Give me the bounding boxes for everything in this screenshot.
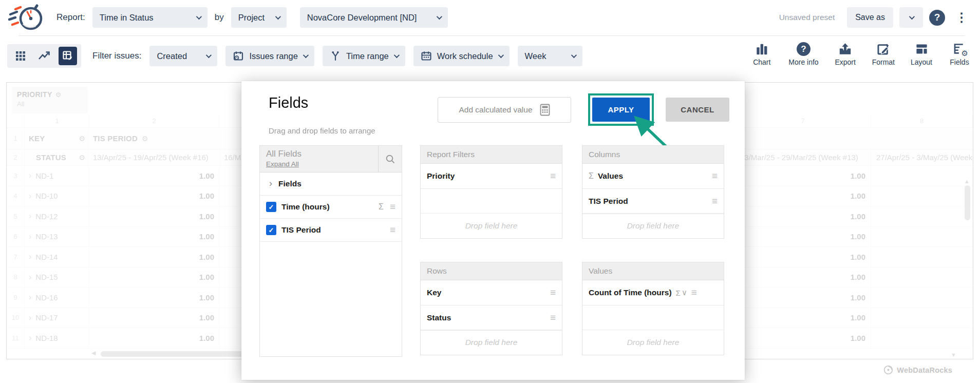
row-item-key[interactable]: Key ≡: [421, 280, 562, 305]
group-by-select[interactable]: Project: [231, 7, 287, 28]
chevron-down-icon: [436, 14, 442, 20]
question-circle-icon: ?: [797, 42, 811, 56]
row-number: 6: [7, 227, 25, 247]
fields-tree-group[interactable]: › Fields: [260, 173, 402, 196]
drag-handle-icon[interactable]: ≡: [390, 201, 395, 213]
expand-row-icon[interactable]: ›: [29, 313, 31, 322]
filters-drop-zone[interactable]: Drop field here: [421, 213, 562, 238]
row-item-status[interactable]: Status ≡: [421, 305, 562, 331]
drag-handle-icon[interactable]: ≡: [691, 287, 697, 298]
drag-handle-icon[interactable]: ≡: [550, 312, 556, 323]
more-info-action[interactable]: ? More info: [788, 42, 818, 66]
report-filter-priority-box[interactable]: PRIORITY⚙ All: [12, 87, 88, 113]
toolbar-actions: Chart ? More info Export Format: [750, 42, 971, 66]
overflow-menu-button[interactable]: ⋮: [951, 10, 972, 25]
issues-range-button[interactable]: Issues range: [225, 46, 314, 66]
save-as-button[interactable]: Save as: [847, 7, 893, 28]
work-schedule-button[interactable]: Work schedule: [413, 46, 510, 66]
dialog-title: Fields: [269, 94, 308, 111]
chevron-down-icon: [275, 14, 280, 20]
issue-key: ND-1: [35, 171, 53, 180]
pivot-view-button[interactable]: [59, 47, 77, 65]
format-action[interactable]: Format: [872, 42, 895, 66]
value-cell-week16: 1.00: [89, 186, 220, 206]
checkbox-checked[interactable]: ✓: [266, 225, 276, 235]
layout-action[interactable]: Layout: [910, 42, 933, 66]
time-range-icon: [330, 50, 341, 62]
chart-view-button[interactable]: [35, 47, 53, 65]
grid-view-button[interactable]: [11, 47, 30, 65]
drag-handle-icon[interactable]: ≡: [712, 170, 718, 182]
scroll-left-icon[interactable]: ◀: [91, 350, 96, 356]
expand-row-icon[interactable]: ›: [29, 252, 31, 261]
bar-chart-icon: [755, 42, 768, 56]
row-number: 10: [7, 308, 25, 328]
chevron-right-icon[interactable]: ›: [269, 178, 272, 189]
values-drop-zone[interactable]: Drop field here: [582, 330, 724, 355]
value-cell-week16: 1.00: [89, 308, 220, 328]
webdatarocks-branding: WebDataRocks: [883, 365, 952, 375]
period-select[interactable]: Week: [518, 46, 582, 66]
expand-row-icon[interactable]: ›: [29, 232, 31, 241]
filter-item-priority[interactable]: Priority ≡: [421, 164, 562, 189]
row-number: 1: [7, 128, 25, 149]
created-filter-select[interactable]: Created: [149, 46, 217, 66]
chart-action[interactable]: Chart: [750, 42, 773, 66]
save-as-dropdown-button[interactable]: [899, 7, 923, 28]
value-cell-week16: 1.00: [89, 328, 220, 348]
pivot-table-icon: [62, 50, 74, 62]
search-button[interactable]: [378, 146, 402, 172]
drag-handle-icon[interactable]: ≡: [712, 196, 718, 207]
issue-key-cell: › ND-18: [25, 328, 89, 348]
issue-key: ND-10: [35, 192, 58, 200]
drag-handle-icon[interactable]: ≡: [550, 287, 556, 298]
gear-icon[interactable]: ⚙: [79, 154, 85, 162]
cancel-button[interactable]: CANCEL: [666, 98, 729, 122]
expand-row-icon[interactable]: ›: [29, 212, 31, 221]
time-range-button[interactable]: Time range: [323, 46, 405, 66]
issue-key-cell: › ND-17: [25, 308, 89, 328]
expand-row-icon[interactable]: ›: [29, 333, 31, 342]
expand-row-icon[interactable]: ›: [29, 171, 31, 180]
value-cell-week16: 1.00: [89, 227, 220, 247]
chevron-down-icon: [303, 52, 309, 58]
field-item-time-hours[interactable]: ✓ Time (hours) Σ ≡: [260, 196, 402, 219]
key-header: KEY: [29, 134, 45, 143]
aggregation-dropdown[interactable]: Σ ∨: [676, 288, 687, 297]
sigma-icon[interactable]: Σ: [379, 202, 384, 212]
export-action[interactable]: Export: [834, 42, 857, 66]
expand-row-icon[interactable]: ›: [29, 273, 31, 282]
gear-icon[interactable]: ⚙: [79, 135, 85, 143]
col-number-1: 1: [25, 114, 89, 127]
scroll-down-icon[interactable]: ▼: [951, 352, 956, 358]
priority-filter-value: All: [17, 100, 83, 108]
fields-action[interactable]: ⚙ Fields: [948, 42, 971, 66]
sigma-icon: Σ: [676, 289, 681, 297]
checkbox-checked[interactable]: ✓: [266, 202, 276, 212]
scroll-up-icon[interactable]: ▲: [964, 178, 970, 184]
drag-handle-icon[interactable]: ≡: [550, 170, 556, 182]
rows-drop-zone[interactable]: Drop field here: [421, 330, 562, 355]
expand-all-link[interactable]: Expand All: [266, 160, 299, 168]
expand-row-icon[interactable]: ›: [29, 192, 31, 201]
col-number-2: 2: [89, 114, 220, 127]
col-number-7: 7: [735, 114, 871, 127]
apply-button[interactable]: APPLY: [592, 98, 650, 122]
drag-handle-icon[interactable]: ≡: [390, 224, 395, 236]
column-item-tis-period[interactable]: TIS Period ≡: [582, 189, 724, 214]
vertical-scrollbar[interactable]: [965, 185, 970, 220]
gear-icon[interactable]: ⚙: [142, 135, 148, 143]
row-number: 2: [7, 149, 25, 165]
column-item-values[interactable]: Σ Values ≡: [582, 164, 724, 189]
columns-drop-zone[interactable]: Drop field here: [582, 213, 724, 238]
expand-row-icon[interactable]: ›: [29, 293, 31, 302]
horizontal-scrollbar[interactable]: [101, 351, 262, 357]
field-item-tis-period[interactable]: ✓ TIS Period ≡: [260, 219, 402, 242]
gear-icon[interactable]: ⚙: [55, 91, 62, 99]
project-select[interactable]: NovaCore Development [ND]: [300, 7, 448, 28]
help-button[interactable]: ?: [929, 10, 945, 26]
all-fields-header: All Fields Expand All: [260, 146, 402, 173]
report-type-select[interactable]: Time in Status: [92, 7, 208, 28]
add-calculated-value-button[interactable]: Add calculated value: [438, 97, 571, 123]
value-item-count-of-time[interactable]: Count of Time (hours) Σ ∨ ≡: [582, 280, 724, 305]
